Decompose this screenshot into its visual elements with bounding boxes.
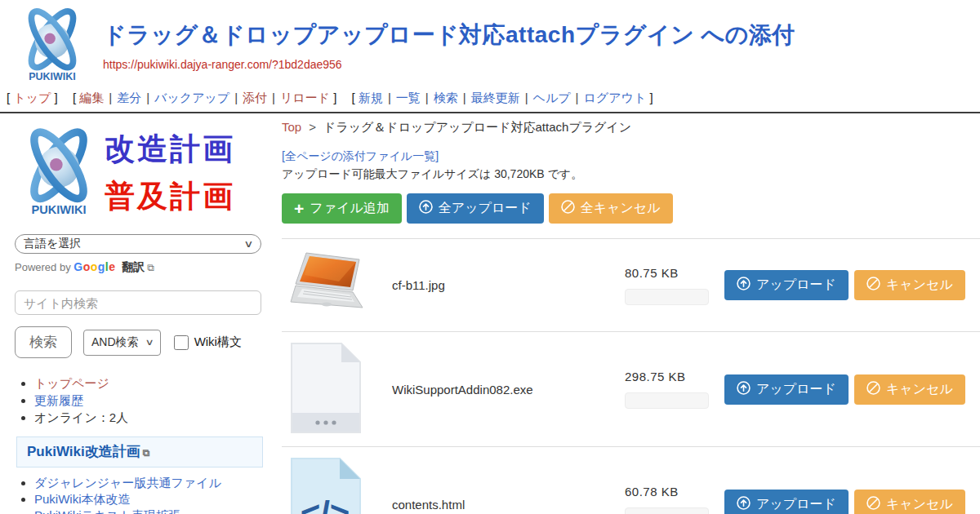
code-glyph: </> bbox=[301, 494, 350, 514]
google-translate-attribution: Powered by Google 翻訳⧉ bbox=[15, 260, 270, 275]
list-item: PukiWikiテキスト表現拡張 bbox=[34, 508, 276, 514]
nav-diff[interactable]: 差分 bbox=[117, 91, 141, 104]
breadcrumb-top-link[interactable]: Top bbox=[282, 120, 301, 134]
cancel-circle-icon bbox=[561, 200, 575, 217]
nav-recent[interactable]: 最終更新 bbox=[471, 91, 520, 104]
nav-top[interactable]: トップ bbox=[13, 91, 51, 104]
page-header: PUKIWIKI ドラッグ＆ドロップアップロード対応attachプラグイン への… bbox=[0, 0, 980, 86]
file-size: 60.78 KB bbox=[625, 485, 716, 498]
cancel-file-button[interactable]: キャンセル bbox=[854, 270, 965, 300]
main-content: Top>ドラッグ＆ドロップアップロード対応attachプラグイン [全ページの添… bbox=[270, 113, 980, 514]
nav-new[interactable]: 新規 bbox=[359, 91, 383, 104]
sidebar-logo[interactable]: PUKIWIKI 改造計画 普及計画 bbox=[16, 125, 270, 221]
upload-file-button[interactable]: アップロード bbox=[724, 490, 849, 514]
logo-wordmark: PUKIWIKI bbox=[31, 203, 86, 216]
file-row: cf-b11.jpg 80.75 KB アップロード キャンセル bbox=[282, 238, 980, 331]
sidebar: PUKIWIKI 改造計画 普及計画 言語を選択 ∨ Powered by Go… bbox=[0, 113, 270, 514]
bracket: [ bbox=[352, 91, 355, 104]
plus-icon: + bbox=[294, 200, 304, 217]
chevron-down-icon: ∨ bbox=[243, 238, 253, 250]
language-select-value: 言語を選択 bbox=[24, 237, 81, 251]
add-files-button[interactable]: + ファイル追加 bbox=[282, 193, 402, 224]
search-mode-select[interactable]: AND検索 ∨ bbox=[83, 330, 161, 356]
nav-group-top: [ トップ ] bbox=[7, 91, 58, 104]
search-button[interactable]: 検索 bbox=[15, 326, 72, 358]
upload-progress-bar bbox=[625, 507, 709, 514]
upload-file-list: cf-b11.jpg 80.75 KB アップロード キャンセル bbox=[282, 238, 980, 514]
page-title: ドラッグ＆ドロップアップロード対応attachプラグイン への添付 bbox=[103, 20, 795, 51]
upload-file-button[interactable]: アップロード bbox=[724, 374, 849, 405]
file-row: </> contents.html 60.78 KB アップロード bbox=[282, 446, 980, 514]
nav-help[interactable]: ヘルプ bbox=[533, 91, 571, 104]
search-mode-value: AND検索 bbox=[91, 335, 139, 350]
nav-search[interactable]: 検索 bbox=[434, 91, 458, 104]
cancel-all-button[interactable]: 全キャンセル bbox=[549, 193, 673, 224]
wiki-syntax-checkbox[interactable] bbox=[174, 335, 189, 350]
sidebar-link-common-files[interactable]: ダジャレンジャー版共通ファイル bbox=[34, 476, 221, 490]
nav-backup[interactable]: バックアップ bbox=[154, 91, 229, 104]
nav-attach[interactable]: 添付 bbox=[243, 91, 267, 104]
nav-list[interactable]: 一覧 bbox=[396, 91, 421, 104]
upload-file-button[interactable]: アップロード bbox=[724, 270, 849, 300]
upload-circle-icon bbox=[419, 200, 433, 217]
generic-file-icon bbox=[290, 342, 362, 437]
sidebar-link-text-ext[interactable]: PukiWikiテキスト表現拡張 bbox=[34, 508, 180, 514]
sidebar-link-core-mod[interactable]: PukiWiki本体改造 bbox=[34, 492, 131, 506]
sidebar-plugin-links: ダジャレンジャー版共通ファイル PukiWiki本体改造 PukiWikiテキス… bbox=[34, 476, 276, 514]
nav-edit[interactable]: 編集 bbox=[79, 91, 104, 104]
logo-line-kaizou: 改造計画 bbox=[105, 129, 235, 170]
upload-progress-bar bbox=[625, 289, 709, 305]
cancel-circle-icon bbox=[866, 381, 880, 398]
list-item: トップページ bbox=[34, 375, 270, 391]
cancel-file-button[interactable]: キャンセル bbox=[854, 374, 965, 405]
list-item: オンライン：2人 bbox=[34, 410, 270, 425]
file-size: 80.75 KB bbox=[625, 266, 716, 280]
chevron-down-icon: ∨ bbox=[145, 337, 154, 348]
nav-group-site: [ 新規|一覧|検索|最終更新|ヘルプ|ログアウト ] bbox=[352, 91, 653, 104]
sidebar-quick-links: トップページ 更新履歴 オンライン：2人 bbox=[34, 375, 270, 426]
logo-wordmark: PUKIWIKI bbox=[29, 71, 75, 82]
breadcrumb-current: ドラッグ＆ドロップアップロード対応attachプラグイン bbox=[323, 120, 631, 134]
file-name: cf-b11.jpg bbox=[392, 278, 614, 292]
wiki-syntax-label: Wiki構文 bbox=[194, 335, 242, 350]
all-attachments-link[interactable]: [全ページの添付ファイル一覧] bbox=[282, 149, 439, 164]
file-name: WikiSupportAddin082.exe bbox=[392, 383, 614, 397]
site-search-input[interactable] bbox=[15, 290, 261, 315]
sidebar-link-history[interactable]: 更新履歴 bbox=[34, 393, 83, 407]
upload-circle-icon bbox=[737, 277, 751, 294]
nav-reload[interactable]: リロード bbox=[280, 91, 330, 104]
online-count: オンライン：2人 bbox=[34, 410, 128, 424]
list-item: 更新履歴 bbox=[34, 392, 270, 408]
cancel-circle-icon bbox=[866, 277, 880, 294]
upload-circle-icon bbox=[737, 381, 751, 398]
sidebar-link-toppage[interactable]: トップページ bbox=[34, 376, 109, 390]
file-name: contents.html bbox=[392, 498, 614, 512]
breadcrumb: Top>ドラッグ＆ドロップアップロード対応attachプラグイン bbox=[282, 120, 980, 135]
html-file-icon: </> bbox=[290, 457, 362, 514]
bracket: ] bbox=[649, 91, 653, 104]
cancel-circle-icon bbox=[866, 496, 880, 513]
max-filesize-text: アップロード可能最大ファイルサイズは 30,720KB です。 bbox=[282, 167, 980, 182]
bracket: ] bbox=[333, 91, 336, 104]
upload-circle-icon bbox=[737, 496, 751, 513]
pukiwiki-logo-icon[interactable]: PUKIWIKI bbox=[13, 7, 91, 86]
nav-logout[interactable]: ログアウト bbox=[584, 91, 647, 104]
pukiwiki-atom-icon: PUKIWIKI bbox=[16, 125, 101, 221]
logo-line-fukyuu: 普及計画 bbox=[105, 176, 235, 217]
bracket: ] bbox=[55, 91, 58, 104]
nav-group-page: [ 編集|差分|バックアップ|添付|リロード ] bbox=[73, 91, 336, 104]
external-link-icon: ⧉ bbox=[143, 447, 150, 459]
bracket: [ bbox=[73, 91, 76, 104]
page-url[interactable]: https://pukiwiki.dajya-ranger.com/?1bd2d… bbox=[103, 58, 795, 71]
upload-progress-bar bbox=[625, 392, 709, 409]
list-item: ダジャレンジャー版共通ファイル bbox=[34, 476, 276, 490]
external-link-icon: ⧉ bbox=[147, 262, 154, 273]
upload-all-button[interactable]: 全アップロード bbox=[407, 193, 544, 224]
file-size: 298.75 KB bbox=[625, 370, 716, 383]
image-thumbnail bbox=[290, 250, 365, 321]
language-select[interactable]: 言語を選択 ∨ bbox=[15, 234, 261, 254]
cancel-file-button[interactable]: キャンセル bbox=[854, 490, 965, 514]
upload-toolbar: + ファイル追加 全アップロード 全キャンセル bbox=[282, 193, 980, 224]
sidebar-section-title[interactable]: PukiWiki改造計画⧉ bbox=[16, 436, 263, 467]
bracket: [ bbox=[7, 91, 10, 104]
